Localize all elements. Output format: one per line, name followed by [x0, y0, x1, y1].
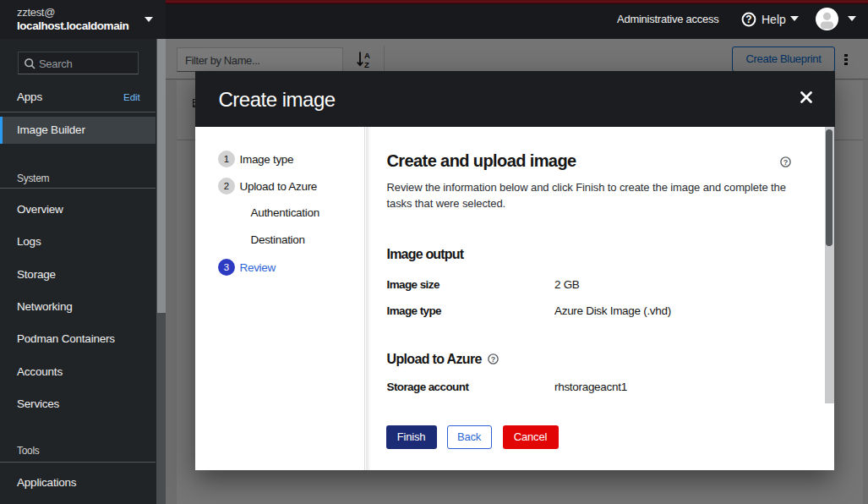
svg-text:?: ?: [745, 14, 751, 25]
svg-text:?: ?: [783, 158, 789, 167]
svg-text:?: ?: [490, 354, 495, 363]
